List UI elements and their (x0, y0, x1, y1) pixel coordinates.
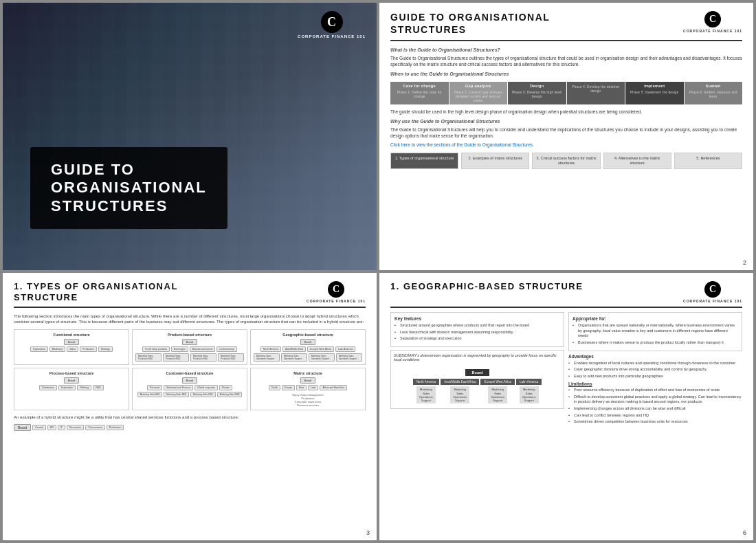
board-node: Board (64, 377, 80, 384)
org-sub-row: Marketing Sales R&D Marketing Sales R&D … (137, 392, 243, 397)
page-number: 3 (366, 529, 370, 536)
board-node: Board (14, 424, 31, 431)
logo-container: C CORPORATE FINANCE 101 (683, 281, 742, 303)
hybrid-note: An example of a hybrid structure might b… (14, 414, 366, 420)
nav-box-3[interactable]: 3. Critical success factors for matrix s… (532, 153, 600, 169)
board-node: Board (182, 377, 198, 384)
background-overlay (3, 3, 377, 270)
org-row: Distribution Exploration Refining R&D (39, 385, 103, 390)
appropriate-1: Organisations that are spread nationally… (572, 323, 738, 339)
slide-4-geographic: 1. GEOGRAPHIC-BASED STRUCTURE C CORPORAT… (379, 273, 753, 540)
regions-row: North America MarketingSalesOperationsSu… (394, 379, 561, 403)
slide-1-cover: C CORPORATE FINANCE 101 GUIDE TO ORGANIS… (3, 3, 377, 270)
org-row: North Europe Asia Latin Africa and Asia … (269, 385, 347, 390)
org-box-title: Matrix structure (254, 371, 362, 375)
nav-box-5[interactable]: 5. References (674, 153, 742, 169)
org-box-process: Process-based structure Board Distributi… (14, 368, 129, 410)
appropriate-2: Businesses where it makes sense to produ… (572, 340, 738, 346)
slide3-header: 1. TYPES OF ORGANISATIONAL STRUCTURE C C… (14, 281, 366, 308)
navigation-boxes: 1. Types of organisational structure 2. … (390, 153, 742, 169)
phase-detailed-design: Phase 4: Develop the detailed design (567, 82, 625, 104)
org-diagram: Board Exploration Marketing Sales Produc… (17, 339, 126, 352)
slide4-title: 1. GEOGRAPHIC-BASED STRUCTURE (390, 281, 583, 291)
org-row: Fresh dairy products Beverages Biscuits … (142, 346, 237, 352)
appropriate-title: Appropriate for: (572, 316, 738, 321)
logo-container: C CORPORATE FINANCE 101 (298, 11, 366, 38)
org-box-title: Geographic-based structure (254, 333, 362, 337)
logo-text: CORPORATE FINANCE 101 (683, 299, 742, 303)
feature-2: Less hierarchical with division manageme… (394, 330, 560, 335)
phase-implement: Implement Phase 5: Implement the design (625, 82, 684, 104)
subsidiary-note: SUBSIDIARY's downstream organisation is … (394, 353, 561, 362)
slide2-header: GUIDE TO ORGANISATIONAL STRUCTURES C COR… (390, 11, 742, 41)
logo-text: CORPORATE FINANCE 101 (298, 34, 366, 38)
feature-1: Structured around geographies where prod… (394, 323, 560, 329)
slide-3-types: 1. TYPES OF ORGANISATIONAL STRUCTURE C C… (3, 273, 377, 540)
slide2-body: What is the Guide to Organisational Stru… (390, 47, 742, 168)
click-text[interactable]: Click here to view the sections of the G… (390, 142, 742, 148)
process-flow: Case for change Phase 1: Define the case… (390, 82, 742, 104)
logo-container: C CORPORATE FINANCE 101 (307, 281, 366, 303)
limitations-title: Limitations (568, 381, 742, 386)
board-box: Board (465, 369, 490, 376)
limitation-4: Can lead to conflict between regions and… (568, 413, 742, 419)
slide4-content: Key features Structured around geographi… (390, 312, 742, 426)
limitation-2: Difficult to develop consistent global p… (568, 395, 742, 405)
org-row: Personal Statistical and Finance Global … (147, 385, 232, 390)
guide-note: The guide should be used in the high lev… (390, 109, 742, 115)
org-diagram: Board North America Asia/Middle East Eur… (254, 339, 362, 362)
board-node: Board (64, 339, 80, 345)
phase-gap-analysis: Gap analysis Phase 2: Conduct gap analys… (449, 82, 508, 104)
phase-case-for-change: Case for change Phase 1: Define the case… (390, 82, 449, 104)
page-number: 2 (743, 259, 746, 266)
nav-box-2[interactable]: 2. Examples of matrix structures (461, 153, 529, 169)
section3-body: The Guide to Organisational Structures w… (390, 126, 742, 139)
org-structures-grid: Functional structure Board Exploration M… (14, 329, 366, 410)
org-box-functional: Functional structure Board Exploration M… (14, 329, 129, 365)
org-box-matrix: Matrix structure Board North Europe Asia… (250, 368, 366, 410)
nav-box-4[interactable]: 4. Alternatives to the matrix structure (603, 153, 671, 169)
advantages-title: Advantages (568, 354, 742, 359)
org-box-geographic: Geographic-based structure Board North A… (250, 329, 366, 365)
limitation-5: Sometimes drives competition between bus… (568, 419, 742, 425)
board-node: Board (182, 339, 198, 345)
matrix-note: Enjoy chain managementProductionCorporat… (292, 393, 323, 407)
region-asia-africa: Asia/Middle East/Africa MarketingSalesOp… (441, 379, 479, 403)
org-sub-row: Marketing Sales Production R&D Marketing… (135, 353, 244, 362)
geographic-chart: SUBSIDIARY's downstream organisation is … (390, 350, 564, 409)
org-box-title: Process-based structure (17, 371, 126, 375)
org-diagram: Board Distribution Exploration Refining … (17, 377, 126, 390)
logo-icon: C (328, 281, 344, 298)
org-sub-row: Marketing Sales Operations Support Marke… (254, 353, 362, 362)
section1-title: What is the Guide to Organisational Stru… (390, 47, 742, 54)
org-box-title: Functional structure (17, 333, 126, 337)
region-latin-america: Latin America MarketingSalesOperationsSu… (516, 379, 542, 403)
region-europe-west-africa: Europe/ West Africa MarketingSalesOperat… (480, 379, 515, 403)
advantage-3: Easy to add new products into particular… (568, 374, 742, 379)
advantage-1: Enables recognition of local cultures an… (568, 361, 742, 366)
slide4-right-col: Appropriate for: Organisations that are … (568, 312, 742, 426)
board-node: Board (300, 339, 316, 345)
page-number: 6 (743, 529, 746, 536)
logo-icon: C (704, 281, 721, 298)
hybrid-diagram: Board Central HR IT Generation Transmiss… (14, 424, 366, 431)
section1-body: The Guide to Organisational Structures o… (390, 55, 742, 67)
hybrid-row: Central HR IT Generation Transmission Di… (32, 425, 124, 430)
org-diagram: Board Personal Statistical and Finance G… (135, 377, 244, 397)
org-row: Exploration Marketing Sales Production S… (30, 346, 112, 352)
phase-design: Design Phase 3: Develop the high level d… (508, 82, 566, 104)
slide-2-overview: GUIDE TO ORGANISATIONAL STRUCTURES C COR… (379, 3, 753, 270)
logo-container: C CORPORATE FINANCE 101 (683, 11, 742, 33)
nav-box-1[interactable]: 1. Types of organisational structure (390, 153, 458, 169)
key-features-box: Key features Structured around geographi… (390, 312, 564, 347)
feature-3: Separation of strategy and execution (394, 336, 560, 342)
logo-icon: C (704, 11, 721, 27)
slide4-header: 1. GEOGRAPHIC-BASED STRUCTURE C CORPORAT… (390, 281, 742, 308)
board-level: Board (394, 364, 561, 377)
logo-text: CORPORATE FINANCE 101 (683, 29, 742, 33)
org-row: North America Asia/Middle East Europe/ W… (260, 346, 355, 352)
org-box-customer: Customer-based structure Board Personal … (132, 368, 247, 410)
phase-sustain: Sustain Phase 6: Embed, measure and lear… (685, 82, 743, 104)
slide4-left-col: Key features Structured around geographi… (390, 312, 564, 426)
org-box-product: Product-based structure Board Fresh dair… (132, 329, 247, 365)
